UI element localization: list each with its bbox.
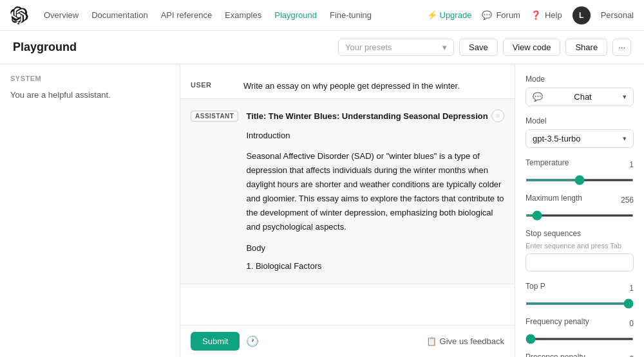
frequency-penalty-value: 0 xyxy=(629,319,634,328)
nav-fine-tuning[interactable]: Fine-tuning xyxy=(330,10,372,20)
top-p-label: Top P xyxy=(526,282,545,291)
nav-examples[interactable]: Examples xyxy=(225,10,261,20)
save-button[interactable]: Save xyxy=(459,39,498,56)
max-length-slider[interactable] xyxy=(526,214,634,217)
temperature-section: Temperature 1 xyxy=(526,158,634,183)
top-p-value: 1 xyxy=(629,284,634,293)
help-icon: ❓ xyxy=(531,10,541,20)
system-panel: SYSTEM You are a helpful assistant. xyxy=(0,64,180,357)
mode-section: Mode 💬 Chat ▾ xyxy=(526,75,634,106)
presence-penalty-section: Presence penalty 0 xyxy=(526,352,634,357)
mode-dropdown[interactable]: 💬 Chat ▾ xyxy=(526,87,634,106)
model-value: gpt-3.5-turbo xyxy=(533,134,580,143)
stop-sequences-section: Stop sequences Enter sequence and press … xyxy=(526,229,634,271)
temperature-label: Temperature xyxy=(526,158,569,167)
conversation-scroll[interactable]: USER Write an essay on why people get de… xyxy=(180,64,515,325)
chevron-down-icon: ▾ xyxy=(623,93,627,101)
conversation-panel: USER Write an essay on why people get de… xyxy=(180,64,515,357)
assistant-message-content: Title: The Winter Blues: Understanding S… xyxy=(246,109,504,273)
stop-sequences-label: Stop sequences xyxy=(526,229,634,238)
frequency-penalty-label: Frequency penalty xyxy=(526,317,589,326)
feedback-link[interactable]: 📋 Give us feedback xyxy=(426,336,504,346)
navbar: Overview Documentation API reference Exa… xyxy=(0,0,644,31)
model-section: Model gpt-3.5-turbo ▾ xyxy=(526,116,634,148)
assistant-paragraph-1: Seasonal Affective Disorder (SAD) or "wi… xyxy=(246,149,504,235)
model-label: Model xyxy=(526,116,634,125)
upgrade-button[interactable]: ⚡ Upgrade xyxy=(427,10,472,20)
assistant-intro: Introduction xyxy=(246,129,504,143)
header-actions: Your presets ▾ Save View code Share ··· xyxy=(338,39,631,56)
max-length-section: Maximum length 256 xyxy=(526,194,634,219)
stop-sequences-input[interactable] xyxy=(526,253,634,271)
page-header: Playground Your presets ▾ Save View code… xyxy=(0,31,644,64)
temperature-slider[interactable] xyxy=(526,179,634,181)
mode-label: Mode xyxy=(526,75,634,84)
temperature-value: 1 xyxy=(629,160,634,169)
user-role-label: USER xyxy=(191,80,236,93)
forum-button[interactable]: 💬 Forum xyxy=(482,10,520,20)
chat-bubble-icon: 💬 xyxy=(482,10,492,20)
model-dropdown[interactable]: gpt-3.5-turbo ▾ xyxy=(526,129,634,148)
submit-button[interactable]: Submit xyxy=(191,332,240,351)
settings-panel: Mode 💬 Chat ▾ Model gpt-3.5-turbo ▾ Temp… xyxy=(515,64,644,357)
more-button[interactable]: ··· xyxy=(612,39,631,56)
nav-right: ⚡ Upgrade 💬 Forum ❓ Help L Personal xyxy=(427,6,634,24)
frequency-penalty-section: Frequency penalty 0 xyxy=(526,317,634,342)
nav-documentation[interactable]: Documentation xyxy=(91,10,147,20)
system-text[interactable]: You are a helpful assistant. xyxy=(10,89,169,102)
lightning-icon: ⚡ xyxy=(427,10,437,20)
max-length-value: 256 xyxy=(621,196,634,205)
mode-value: Chat xyxy=(574,92,591,102)
page-title: Playground xyxy=(13,41,77,54)
history-button[interactable]: 🕐 xyxy=(246,335,259,347)
nav-overview[interactable]: Overview xyxy=(44,10,79,20)
chevron-down-icon: ▾ xyxy=(623,134,627,143)
stop-sequences-hint: Enter sequence and press Tab xyxy=(526,242,634,250)
preset-dropdown[interactable]: Your presets ▾ xyxy=(338,39,454,56)
assistant-message-row: ASSISTANT Title: The Winter Blues: Under… xyxy=(180,98,515,284)
nav-api-reference[interactable]: API reference xyxy=(161,10,213,20)
chevron-down-icon: ▾ xyxy=(442,42,447,52)
feedback-label: Give us feedback xyxy=(440,336,504,346)
view-code-button[interactable]: View code xyxy=(503,39,561,56)
nav-playground[interactable]: Playground xyxy=(274,10,317,20)
top-p-section: Top P 1 xyxy=(526,282,634,307)
assistant-body-header: Body xyxy=(246,241,504,255)
nav-links: Overview Documentation API reference Exa… xyxy=(44,10,372,20)
top-p-slider[interactable] xyxy=(526,302,634,305)
preset-placeholder: Your presets xyxy=(345,42,392,52)
main-content: SYSTEM You are a helpful assistant. USER… xyxy=(0,64,644,357)
bottom-bar: Submit 🕐 📋 Give us feedback xyxy=(180,325,515,357)
avatar[interactable]: L xyxy=(573,6,591,24)
account-label[interactable]: Personal xyxy=(601,10,634,20)
circle-icon: ○ xyxy=(496,112,500,119)
presence-penalty-label: Presence penalty xyxy=(526,352,585,357)
user-message-content: Write an essay on why people get depress… xyxy=(243,80,504,93)
assistant-bio-factors: 1. Biological Factors xyxy=(246,259,504,273)
feedback-icon: 📋 xyxy=(426,336,437,346)
assistant-role-label: ASSISTANT xyxy=(191,111,238,122)
share-button[interactable]: Share xyxy=(565,39,607,56)
assistant-title: Title: The Winter Blues: Understanding S… xyxy=(246,109,504,124)
presence-penalty-value: 0 xyxy=(629,354,634,357)
max-length-label: Maximum length xyxy=(526,194,582,203)
frequency-penalty-slider[interactable] xyxy=(526,338,634,340)
user-message-row: USER Write an essay on why people get de… xyxy=(180,75,515,98)
chat-icon: 💬 xyxy=(533,92,543,102)
openai-logo xyxy=(10,6,28,24)
system-label: SYSTEM xyxy=(10,75,169,82)
message-options-button[interactable]: ○ xyxy=(491,109,504,122)
help-button[interactable]: ❓ Help xyxy=(531,10,562,20)
